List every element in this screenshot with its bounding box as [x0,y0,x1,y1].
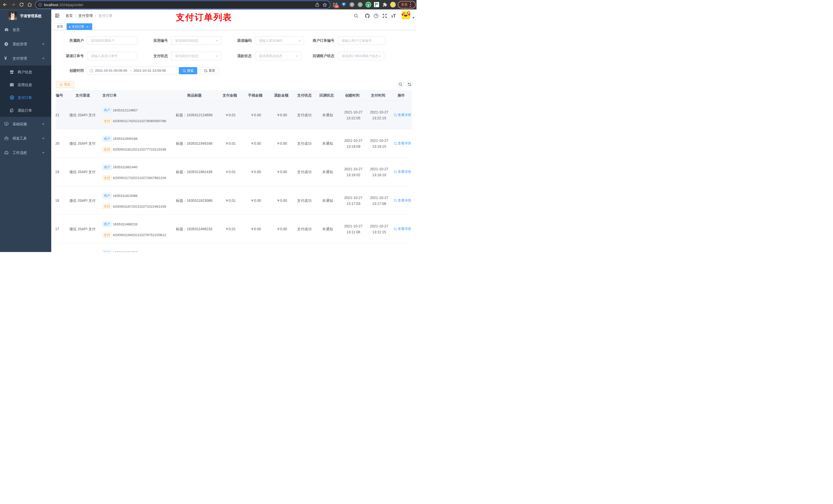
sidebar-item-pay-order[interactable]: 支付订单 [0,91,51,104]
share-icon[interactable] [315,2,320,7]
clock-icon [90,69,93,72]
sidebar-item-payment[interactable]: ¥ 支付管理 [0,51,51,66]
breadcrumb-payment[interactable]: 支付管理 [78,14,93,18]
view-detail-link[interactable]: 查看详情 [394,226,411,231]
view-detail-link[interactable]: 查看详情 [394,113,411,117]
logo[interactable]: 芋道管理系统 [0,9,51,22]
view-detail-link[interactable]: 查看详情 [394,198,411,203]
star-icon[interactable] [322,2,327,7]
merchant-select[interactable]: 请选择所属商户 [87,37,137,45]
channel-order-no-input[interactable]: 请输入渠道订单号 [87,52,136,60]
command-ext-icon[interactable]: ⌘ [349,2,355,7]
close-icon[interactable]: ✕ [86,24,89,30]
tab-home[interactable]: 首页 [54,23,65,30]
flag-ext-icon[interactable] [374,2,379,7]
suitcase-icon [4,150,8,155]
info-icon[interactable] [38,3,42,7]
date-end[interactable]: 2021-10-31 23:59:59 [134,69,166,72]
y-ext-icon[interactable]: y [365,2,372,8]
form-label-refund-status: 退款状态 [223,52,252,60]
browser-forward-icon[interactable] [10,2,16,7]
refresh-button[interactable] [406,81,413,88]
table-row[interactable]: 118微信 JSAPI 支付商户1635311823086支付420000116… [55,186,412,215]
table-row[interactable]: 117微信 JSAPI 支付商户1635311468233支付420000119… [55,215,412,243]
recorder-ext-icon[interactable] [358,2,363,7]
browser-back-icon[interactable] [2,2,8,7]
navbar: 首页 / 支付管理 / 支付订单 支付订单列表 [51,9,416,22]
hamburger-icon[interactable] [55,14,59,18]
cell: ￥0.00 [269,141,294,146]
form-label-merchant-order-no: 商户订单编号 [306,37,334,45]
extension-badge: 10 [334,5,339,8]
breadcrumb-current: 支付订单 [98,14,113,18]
table-row[interactable]: 119微信 JSAPI 支付商户1635311881440支付420000117… [55,158,412,186]
search-button[interactable]: 搜索 [179,67,197,74]
cell: 未通知 [315,226,340,232]
table-row[interactable]: 116商户1635311351736 [55,243,412,252]
cell: 118 [55,198,64,203]
column-header: 支付渠道 [67,90,98,101]
dashboard-icon [4,28,9,32]
cell: 标题：1635311468233 [171,226,217,232]
pay-status-select[interactable]: 请选择支付状态 [171,52,221,60]
sidebar-item-merchant-info[interactable]: 商户信息 [0,66,51,78]
sidebar-item-refund-order[interactable]: 退款订单 [0,104,51,117]
pay-order-line: 支付4200001167202110271022491439 [102,203,166,209]
pay-tag: 支付 [102,203,112,209]
cell: ￥0.00 [269,198,294,203]
caret-down-icon[interactable] [412,17,414,20]
fontsize-icon[interactable] [391,14,396,18]
form-label-channel-order-no: 渠道订单号 [55,52,84,60]
puzzle-icon[interactable] [382,2,387,7]
cell: 微信 JSAPI 支付 [67,113,98,118]
reset-button[interactable]: 重置 [200,67,219,74]
export-button[interactable]: 导出 [56,81,74,88]
chevron-down-icon [42,122,45,125]
cell: 标题：1635311881439 [171,169,217,174]
create-time-cell: 2021-10-2713:22:05 [340,110,366,121]
sidebar-item-system[interactable]: 系统管理 [0,37,51,51]
avatar[interactable] [402,11,410,19]
merchant-order-no-input[interactable]: 请输入商户订单编号 [338,37,385,45]
view-detail-link[interactable]: 查看详情 [394,141,411,146]
app-select[interactable]: 请选择应用信息 [171,37,221,45]
logo-rabbit-image [9,12,17,20]
merchant-order-line: 商户1635311351736 [102,250,138,252]
emoji-ext-icon[interactable] [390,2,396,8]
cell: 微信 JSAPI 支付 [67,141,98,146]
date-range-picker[interactable]: 2021-10-01 00:00:00 - 2021-10-31 23:59:5… [87,67,177,74]
sidebar-item-workflow[interactable]: 工作流程 [0,145,51,160]
sidebar-item-app-info[interactable]: 应用信息 [0,78,51,91]
github-icon[interactable] [365,14,370,18]
browser-reload-icon[interactable] [19,2,24,7]
form-label-pay-status: 支付状态 [140,52,168,60]
search-icon[interactable] [354,14,358,18]
cell: 微信 JSAPI 支付 [67,226,98,232]
browser-home-icon[interactable] [27,2,32,7]
update-button[interactable]: 更新 [398,1,416,8]
payment-submenu: 商户信息 应用信息 支付订单 退款订单 [0,66,51,117]
refund-status-select[interactable]: 请选择退款状态 [255,52,302,60]
gear-icon [4,42,8,46]
date-start[interactable]: 2021-10-01 00:00:00 [95,69,127,72]
table-row[interactable]: 120微信 JSAPI 支付商户1635311949168支付420000118… [55,129,412,158]
fullscreen-icon[interactable] [382,14,387,18]
view-detail-link[interactable]: 查看详情 [394,170,411,174]
sidebar-item-infrastructure[interactable]: 基础设施 [0,117,51,131]
toggle-search-button[interactable] [397,81,404,88]
kebab-icon[interactable] [410,2,411,7]
tab-pay-order[interactable]: 支付订单✕ [67,23,92,30]
url-bar[interactable]: localhost:1024/pay/order [35,1,330,8]
sidebar-item-dev-tools[interactable]: 研发工具 [0,131,51,145]
breadcrumb-home[interactable]: 首页 [66,14,73,18]
channel-code-select[interactable]: 请输入渠道编码 [255,37,304,45]
pay-time-cell: 2021-10-2713:18:10 [366,166,392,178]
question-icon[interactable] [374,14,379,19]
sidebar-item-home[interactable]: 首页 [0,23,51,37]
svg-text:y: y [367,3,370,7]
callback-status-select[interactable]: 请选择订单回调商户状态 [338,52,384,60]
cell: ￥0.00 [243,198,268,203]
gem-icon[interactable] [341,2,346,7]
table-row[interactable]: 121微信 JSAPI 支付商户1635312124657支付420000117… [55,101,412,129]
cell: ￥0.01 [217,169,243,174]
